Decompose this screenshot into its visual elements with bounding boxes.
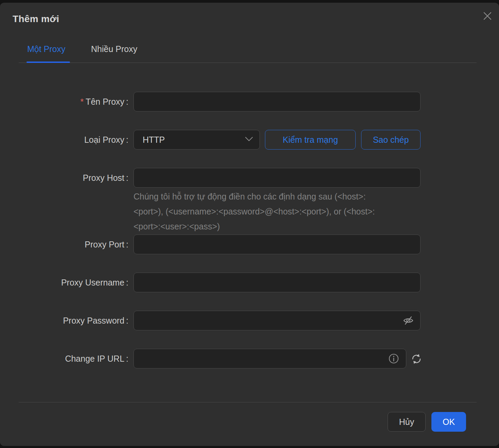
- page-title: Thêm mới: [13, 14, 59, 24]
- proxy-name-input[interactable]: [133, 92, 421, 111]
- proxy-port-label: Proxy Port :: [34, 235, 128, 254]
- eye-invisible-icon[interactable]: [402, 315, 414, 326]
- proxy-password-label: Proxy Password :: [34, 311, 128, 330]
- copy-button[interactable]: Sao chép: [361, 130, 421, 150]
- help-line-2: <port>), (<username>:<password>@<host>:<…: [133, 204, 422, 219]
- check-network-button[interactable]: Kiểm tra mạng: [265, 130, 356, 150]
- proxy-host-help-text: Chúng tôi hỗ trợ tự động điền cho các đị…: [133, 189, 422, 234]
- proxy-host-label: Proxy Host :: [34, 168, 128, 188]
- proxy-type-select[interactable]: HTTP: [133, 130, 260, 150]
- tab-bar-divider: [19, 63, 477, 63]
- footer-divider: [19, 402, 477, 402]
- chevron-down-icon: [245, 136, 253, 143]
- sync-icon[interactable]: [411, 354, 422, 364]
- cancel-button[interactable]: Hủy: [388, 412, 426, 432]
- close-button[interactable]: [481, 10, 494, 23]
- proxy-username-input[interactable]: [133, 273, 421, 292]
- proxy-type-label: Loại Proxy :: [34, 130, 128, 150]
- change-ip-url-input[interactable]: [133, 349, 406, 368]
- ok-button[interactable]: OK: [431, 412, 466, 432]
- active-tab-indicator: [26, 62, 70, 63]
- help-line-1: Chúng tôi hỗ trợ tự động điền cho các đị…: [133, 189, 422, 204]
- info-circle-icon[interactable]: [388, 353, 400, 364]
- proxy-host-input[interactable]: [133, 168, 421, 188]
- screen: Thêm mới Một Proxy Nhiều Proxy * Tên Pro…: [0, 0, 499, 448]
- help-line-3: <port>:<user>:<pass>): [133, 219, 422, 234]
- proxy-username-label: Proxy Username :: [34, 273, 128, 292]
- close-icon: [483, 11, 492, 22]
- change-ip-url-label: Change IP URL :: [34, 349, 128, 368]
- proxy-type-value: HTTP: [143, 135, 245, 145]
- proxy-port-input[interactable]: [133, 235, 421, 254]
- proxy-name-label: * Tên Proxy :: [34, 92, 128, 111]
- tab-single-proxy[interactable]: Một Proxy: [27, 42, 66, 57]
- tab-multiple-proxy[interactable]: Nhiều Proxy: [91, 42, 137, 57]
- required-asterisk: *: [80, 97, 84, 107]
- proxy-password-input[interactable]: [133, 311, 421, 330]
